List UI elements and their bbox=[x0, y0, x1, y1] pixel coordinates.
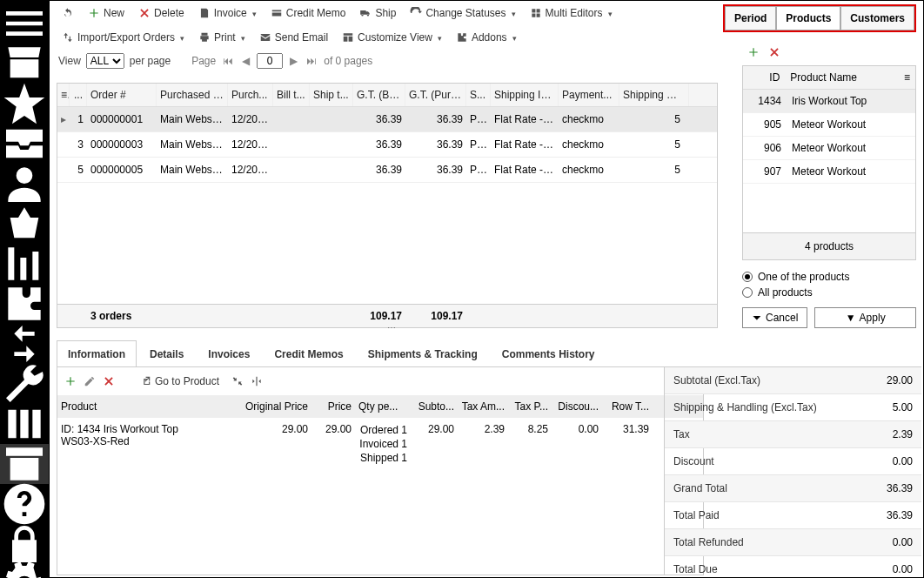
col-status[interactable]: S... bbox=[466, 84, 491, 106]
order-row[interactable]: 3000000003Main Website...12/20/2...36.39… bbox=[57, 132, 717, 158]
filter-tab-products[interactable]: Products bbox=[776, 6, 840, 30]
view-select[interactable]: ALL bbox=[86, 53, 124, 69]
add-item-icon[interactable] bbox=[64, 375, 77, 387]
edit-icon[interactable] bbox=[84, 375, 96, 387]
detail-orig-price: 29.00 bbox=[240, 418, 311, 470]
archive-icon[interactable] bbox=[0, 444, 49, 484]
prev-page-icon[interactable]: ◀ bbox=[240, 55, 251, 67]
lock-icon[interactable] bbox=[0, 524, 49, 564]
tab-invoices[interactable]: Invoices bbox=[197, 340, 261, 367]
next-page-icon[interactable]: ▶ bbox=[288, 55, 299, 67]
star-icon[interactable] bbox=[0, 84, 49, 124]
print-button[interactable]: Print bbox=[193, 29, 251, 46]
add-product-icon[interactable] bbox=[747, 46, 760, 58]
sort-icon[interactable]: ≡ bbox=[901, 66, 915, 89]
col-order[interactable]: Order # bbox=[87, 84, 157, 106]
sync-icon[interactable] bbox=[0, 324, 49, 364]
product-row[interactable]: 907Meteor Workout bbox=[743, 160, 915, 184]
tab-shipments[interactable]: Shipments & Tracking bbox=[357, 340, 489, 367]
apply-button[interactable]: ▼Apply bbox=[814, 307, 916, 328]
resize-handle-icon[interactable]: ⋯ bbox=[387, 323, 398, 333]
col-payment[interactable]: Payment... bbox=[559, 84, 619, 106]
import-export-button[interactable]: Import/Export Orders bbox=[57, 29, 190, 46]
product-row[interactable]: 906Meteor Workout bbox=[743, 137, 915, 160]
delete-button[interactable]: Delete bbox=[133, 4, 190, 22]
go-to-product-button[interactable]: Go to Product bbox=[134, 373, 224, 390]
change-statuses-button[interactable]: Change Statuses bbox=[405, 4, 520, 22]
col-purch[interactable]: Purch... bbox=[228, 84, 273, 106]
print-label: Print bbox=[214, 31, 236, 44]
filter-tab-customers[interactable]: Customers bbox=[840, 6, 914, 30]
tab-details[interactable]: Details bbox=[138, 340, 195, 367]
col-purchased-from[interactable]: Purchased f... bbox=[157, 84, 228, 106]
dcol-product[interactable]: Product bbox=[57, 395, 240, 418]
col-gt-purc[interactable]: G.T. (Purc... bbox=[405, 84, 466, 106]
col-idx[interactable]: ... bbox=[70, 84, 87, 106]
col-ship-to[interactable]: Ship t... bbox=[310, 84, 353, 106]
addons-button[interactable]: Addons bbox=[451, 29, 522, 46]
radio-one-of-products[interactable]: One of the products bbox=[742, 269, 916, 285]
dcol-orig-price[interactable]: Original Price bbox=[240, 395, 311, 418]
store-icon[interactable] bbox=[0, 44, 49, 84]
totals-row: Tax2.39 bbox=[665, 421, 921, 448]
dcol-discount[interactable]: Discou... bbox=[552, 395, 602, 418]
per-page-label: per page bbox=[130, 55, 171, 67]
dcol-price[interactable]: Price bbox=[311, 395, 355, 418]
person-icon[interactable] bbox=[0, 164, 49, 204]
customize-view-button[interactable]: Customize View bbox=[337, 29, 447, 46]
multi-editors-button[interactable]: Multi Editors bbox=[525, 4, 618, 22]
order-row[interactable]: 5000000005Main Website...12/20/2...36.39… bbox=[57, 158, 717, 183]
puzzle-icon[interactable] bbox=[0, 284, 49, 324]
cancel-button[interactable]: ⏷Cancel bbox=[742, 307, 807, 328]
basket-icon[interactable] bbox=[0, 204, 49, 244]
ship-button[interactable]: Ship bbox=[354, 4, 401, 22]
new-button[interactable]: New bbox=[83, 4, 130, 22]
menu-icon[interactable] bbox=[0, 3, 49, 44]
invoice-button[interactable]: Invoice bbox=[193, 4, 262, 22]
credit-memo-button[interactable]: Credit Memo bbox=[265, 4, 352, 22]
gear-icon[interactable] bbox=[0, 564, 49, 578]
product-row[interactable]: 1434Iris Workout Top bbox=[743, 90, 915, 113]
filter-cancel-icon: ⏷ bbox=[752, 312, 762, 324]
chart-icon[interactable] bbox=[0, 244, 49, 284]
col-gt-base[interactable]: G.T. (Base) bbox=[353, 84, 405, 106]
tab-credit-memos[interactable]: Credit Memos bbox=[263, 340, 354, 367]
dcol-subtotal[interactable]: Subto... bbox=[411, 395, 458, 418]
dcol-tax-p[interactable]: Tax P... bbox=[508, 395, 552, 418]
col-bill-to[interactable]: Bill t... bbox=[273, 84, 310, 106]
refresh-button[interactable] bbox=[57, 4, 79, 22]
send-email-button[interactable]: Send Email bbox=[254, 29, 333, 46]
product-row[interactable]: 905Meteor Workout bbox=[743, 113, 915, 137]
dcol-qty[interactable]: Qty pe... bbox=[355, 395, 411, 418]
plus-icon bbox=[88, 7, 100, 19]
order-row[interactable]: ▸1000000001Main Website...12/20/2...36.3… bbox=[57, 107, 717, 132]
last-page-icon[interactable]: ⏭ bbox=[305, 55, 318, 67]
collapse-icon[interactable] bbox=[231, 375, 244, 387]
pcol-id[interactable]: ID bbox=[743, 66, 783, 89]
remove-product-icon[interactable] bbox=[768, 46, 780, 58]
inbox-icon[interactable] bbox=[0, 124, 49, 164]
filter-apply-icon: ▼ bbox=[846, 312, 856, 324]
columns-icon[interactable] bbox=[0, 404, 49, 444]
first-page-icon[interactable]: ⏮ bbox=[221, 55, 235, 67]
help-icon[interactable] bbox=[0, 484, 49, 524]
tab-information[interactable]: Information bbox=[57, 340, 137, 367]
dcol-tax-am[interactable]: Tax Am... bbox=[458, 395, 508, 418]
radio-all-products[interactable]: All products bbox=[742, 285, 916, 300]
new-label: New bbox=[104, 7, 124, 19]
remove-icon[interactable] bbox=[103, 375, 115, 387]
pcol-name[interactable]: Product Name bbox=[783, 66, 901, 89]
col-shipping-info[interactable]: Shipping In... bbox=[491, 84, 559, 106]
link-icon bbox=[139, 375, 151, 387]
dcol-row-total[interactable]: Row T... bbox=[602, 395, 653, 418]
wrench-icon[interactable] bbox=[0, 364, 49, 404]
detail-row[interactable]: ID: 1434 Iris Workout Top WS03-XS-Red 29… bbox=[57, 418, 703, 470]
col-shipping-and[interactable]: Shipping an... bbox=[619, 84, 689, 106]
radio-checked-icon bbox=[742, 272, 753, 282]
view-label: View bbox=[58, 55, 81, 67]
tab-comments[interactable]: Comments History bbox=[491, 340, 606, 367]
page-input[interactable] bbox=[257, 53, 283, 69]
totals-row: Total Paid36.39 bbox=[665, 502, 921, 529]
filter-tab-period[interactable]: Period bbox=[725, 6, 776, 30]
split-icon[interactable] bbox=[251, 375, 263, 387]
